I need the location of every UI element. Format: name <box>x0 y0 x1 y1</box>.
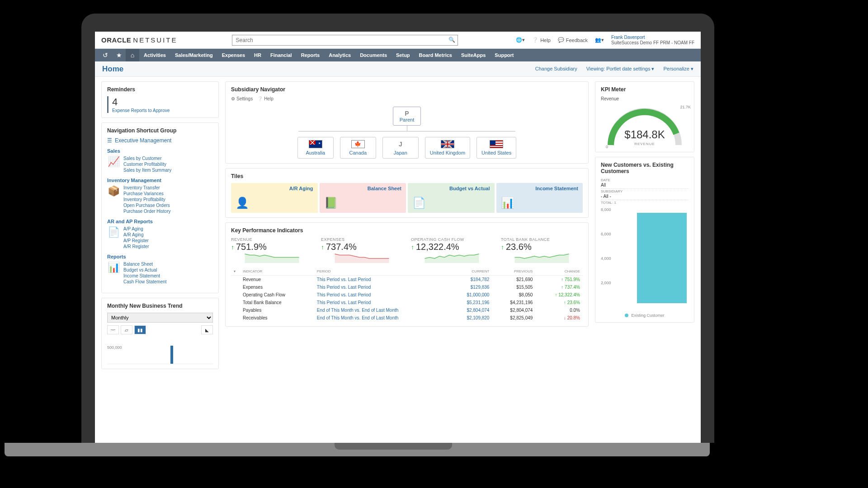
viewing-dropdown[interactable]: Viewing: Portlet date settings ▾ <box>586 66 655 72</box>
nav-item-suiteapps[interactable]: SuiteApps <box>457 49 490 61</box>
main-nav: ↺ ★ ⌂ ActivitiesSales/MarketingExpensesH… <box>95 49 701 61</box>
gauge-value: $184.8K <box>604 128 685 141</box>
shortcut-link[interactable]: Sales by Item Summary <box>123 167 171 173</box>
customers-sub-filter[interactable]: - All - <box>601 194 689 200</box>
tile-label: Budget vs Actual <box>449 186 490 191</box>
trend-bar <box>170 346 173 364</box>
reminder-link[interactable]: Expense Reports to Approve <box>112 108 213 113</box>
global-search: 🔍 <box>232 35 458 46</box>
kpi-row[interactable]: Total Bank BalanceThis Period vs. Last P… <box>231 299 583 306</box>
shortcut-link[interactable]: Inventory Transfer <box>123 185 170 191</box>
nav-item-expenses[interactable]: Expenses <box>217 49 250 61</box>
nav-item-board-metrics[interactable]: Board Metrics <box>415 49 457 61</box>
shortcut-link[interactable]: Customer Profitability <box>123 161 171 167</box>
reminders-title: Reminders <box>107 86 213 93</box>
shortcut-link[interactable]: Income Statement <box>123 273 167 279</box>
meter-select[interactable]: Revenue <box>601 96 689 101</box>
org-parent-node[interactable]: P Parent <box>393 107 421 126</box>
kpi-row[interactable]: ReceivablesEnd of This Month vs. End of … <box>231 314 583 322</box>
kpi-row[interactable]: Operating Cash FlowThis Period vs. Last … <box>231 291 583 299</box>
tile-label: Income Statement <box>535 186 578 191</box>
nav-item-support[interactable]: Support <box>490 49 518 61</box>
tile-label: A/R Aging <box>289 186 313 191</box>
user-menu[interactable]: Frank Davenport SuiteSuccess Demo FF PRM… <box>611 35 694 46</box>
tile-icon: 📄 <box>412 197 426 209</box>
shortcut-group-icon: 📊 <box>107 261 120 274</box>
kpi-card: OPERATING CASH FLOW12,322.4% <box>411 237 493 263</box>
executive-management-link[interactable]: ☰ Executive Management <box>107 137 213 144</box>
customers-date-filter[interactable]: All <box>601 183 689 189</box>
subsidiary-united-kingdom[interactable]: United Kingdom <box>425 137 470 159</box>
shortcut-link[interactable]: A/R Aging <box>123 232 149 238</box>
trend-filter-select[interactable]: Monthly <box>107 313 213 323</box>
shortcut-link[interactable]: Cash Flow Statement <box>123 279 167 285</box>
shortcut-link[interactable]: A/P Aging <box>123 226 149 232</box>
shortcut-link[interactable]: Sales by Customer <box>123 155 171 161</box>
reminders-portlet: Reminders 4 Expense Reports to Approve <box>101 81 219 118</box>
search-icon[interactable]: 🔍 <box>448 37 455 43</box>
role-switch-icon[interactable]: 👥▾ <box>595 37 604 43</box>
page-header: Home Change Subsidiary Viewing: Portlet … <box>95 61 701 77</box>
tile-income-statement[interactable]: Income Statement📊 <box>496 183 583 213</box>
shortcut-link[interactable]: Budget vs Actual <box>123 267 167 273</box>
shortcut-link[interactable]: Inventory Profitability <box>123 197 170 202</box>
shortcut-link[interactable]: Purchase Variances <box>123 191 170 197</box>
shortcut-group-icon: 📦 <box>107 185 120 197</box>
subnav-help[interactable]: ❔Help <box>257 96 274 101</box>
subsidiary-japan[interactable]: JJapan <box>382 137 419 159</box>
personalize-link[interactable]: Personalize ▾ <box>663 66 693 72</box>
subsidiary-canada[interactable]: 🍁Canada <box>340 137 376 159</box>
shortcut-link[interactable]: A/P Register <box>123 238 149 244</box>
tile-budget-vs-actual[interactable]: Budget vs Actual📄 <box>408 183 495 213</box>
shortcut-link[interactable]: Balance Sheet <box>123 261 167 267</box>
page-title: Home <box>102 65 123 74</box>
nav-item-hr[interactable]: HR <box>250 49 266 61</box>
gauge-chart: $184.8K REVENUE 0 21.7K <box>604 107 685 147</box>
nav-item-sales-marketing[interactable]: Sales/Marketing <box>170 49 217 61</box>
customers-bar <box>637 213 687 303</box>
feedback-link[interactable]: 💬Feedback <box>558 37 588 43</box>
chart-type-other[interactable]: ◣ <box>201 325 213 334</box>
nav-item-setup[interactable]: Setup <box>392 49 415 61</box>
subnav-title: Subsidiary Navigator <box>231 86 583 93</box>
nav-item-documents[interactable]: Documents <box>355 49 392 61</box>
shortcut-group-header: Reports <box>107 254 213 259</box>
nav-item-activities[interactable]: Activities <box>139 49 170 61</box>
gauge-label: REVENUE <box>604 142 685 146</box>
subsidiary-navigator-portlet: Subsidiary Navigator ⚙Settings ❔Help P P… <box>225 81 589 164</box>
chat-icon: 💬 <box>558 37 564 43</box>
tile-balance-sheet[interactable]: Balance Sheet📗 <box>320 183 406 213</box>
kpi-row[interactable]: ExpensesThis Period vs. Last Period$129,… <box>231 283 583 291</box>
subsidiary-australia[interactable]: Australia <box>297 137 334 159</box>
shortcut-group-icon: 📄 <box>107 226 120 239</box>
subnav-settings[interactable]: ⚙Settings <box>231 96 253 101</box>
subsidiary-united-states[interactable]: United States <box>476 137 516 159</box>
subsidiary-label: United States <box>481 150 511 155</box>
search-input[interactable] <box>232 35 458 46</box>
menu-icon: ☰ <box>107 137 112 144</box>
language-icon[interactable]: 🌐▾ <box>516 37 525 43</box>
history-icon[interactable]: ↺ <box>99 49 112 61</box>
shortcut-link[interactable]: A/R Register <box>123 244 149 249</box>
tile-icon: 📗 <box>324 197 338 209</box>
home-icon[interactable]: ⌂ <box>126 49 139 61</box>
chart-type-bar[interactable]: ▮▮ <box>134 325 146 334</box>
tile-a-r-aging[interactable]: A/R Aging👤 <box>231 183 318 213</box>
subsidiary-label: Australia <box>302 150 329 155</box>
chart-type-area[interactable]: ▱ <box>121 325 132 334</box>
nav-item-reports[interactable]: Reports <box>297 49 325 61</box>
meter-title: KPI Meter <box>601 86 689 93</box>
change-subsidiary-link[interactable]: Change Subsidiary <box>535 66 577 72</box>
kpi-row[interactable]: PayablesEnd of This Month vs. End of Las… <box>231 306 583 314</box>
nav-item-analytics[interactable]: Analytics <box>324 49 355 61</box>
shortcut-link[interactable]: Open Purchase Orders <box>123 202 170 208</box>
nav-item-financial[interactable]: Financial <box>266 49 297 61</box>
flag-icon <box>430 140 465 148</box>
help-link[interactable]: ❔Help <box>532 37 551 43</box>
reminder-count: 4 <box>112 96 213 108</box>
[interactable]: ★ <box>112 49 126 61</box>
shortcut-link[interactable]: Purchase Order History <box>123 208 170 214</box>
kpi-row[interactable]: RevenueThis Period vs. Last Period$184,7… <box>231 276 583 284</box>
kpi-card: EXPENSES737.4% <box>321 237 403 263</box>
chart-type-line[interactable]: 〰 <box>107 325 119 334</box>
